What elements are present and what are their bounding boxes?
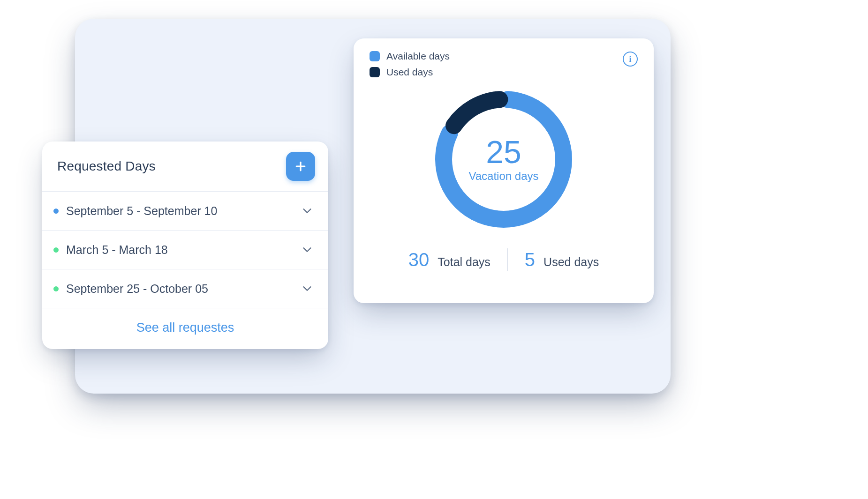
stat-used-value: 5 [525,249,535,270]
stat-total-label: Total days [438,255,491,269]
stat-used-label: Used days [543,255,599,269]
donut-center-label: Vacation days [469,170,539,183]
legend-swatch-used [370,67,380,77]
request-range: September 25 - October 05 [66,282,300,296]
vacation-days-card: Available days Used days i 25 Vacation d… [354,38,654,303]
stat-used: 5 Used days [525,249,599,270]
plus-icon [294,159,308,173]
see-all-row: See all requestes [42,308,328,349]
requested-days-card: Requested Days September 5 - September 1… [42,142,328,349]
request-range: September 5 - September 10 [66,204,300,218]
legend-item-used: Used days [370,67,450,78]
status-dot-approved [53,247,59,253]
add-request-button[interactable] [286,152,315,181]
stat-divider [507,248,508,271]
legend-label-available: Available days [386,51,450,62]
request-range: March 5 - March 18 [66,243,300,257]
stat-total: 30 Total days [408,249,491,270]
donut-center-value: 25 [469,136,539,168]
requested-days-header: Requested Days [42,142,328,192]
stats-row: 30 Total days 5 Used days [370,248,638,271]
legend-label-used: Used days [386,67,433,78]
chevron-down-icon [300,282,314,296]
legend: Available days Used days [370,51,450,78]
chevron-down-icon [300,204,314,218]
info-icon[interactable]: i [623,52,638,67]
request-row[interactable]: September 5 - September 10 [42,192,328,231]
chevron-down-icon [300,243,314,257]
vacation-top-row: Available days Used days i [370,51,638,78]
status-dot-approved [53,286,59,291]
legend-swatch-available [370,51,380,61]
status-dot-pending [53,209,59,214]
stat-total-value: 30 [408,249,430,270]
see-all-requests-link[interactable]: See all requestes [136,320,234,335]
legend-item-available: Available days [370,51,450,62]
request-row[interactable]: September 25 - October 05 [42,269,328,308]
donut-center: 25 Vacation days [469,136,539,183]
requested-days-title: Requested Days [57,159,156,174]
vacation-donut-chart: 25 Vacation days [370,80,638,239]
request-row[interactable]: March 5 - March 18 [42,231,328,269]
